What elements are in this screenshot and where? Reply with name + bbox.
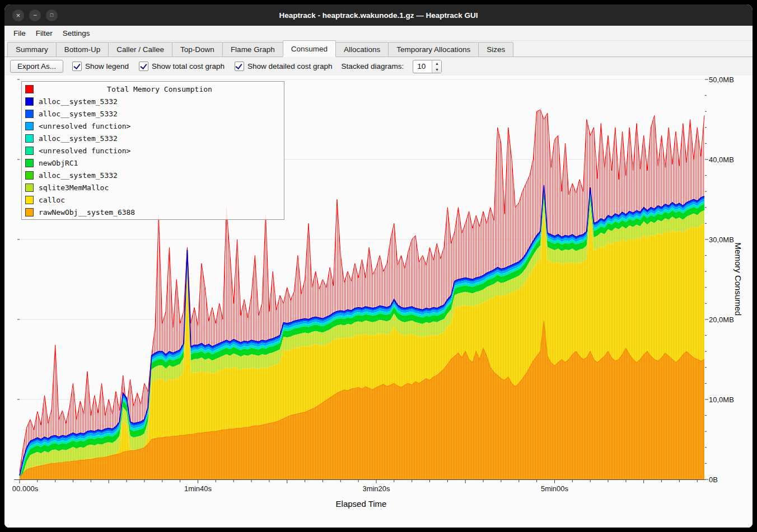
legend-swatch [25, 159, 34, 167]
x-tick-label: 1min40s [184, 484, 212, 493]
legend-label: <unresolved function> [39, 122, 130, 130]
window-title: Heaptrack - heaptrack.wakunode.1.gz — He… [4, 11, 753, 20]
checkbox-show-detailed-cost-graph-label: Show detailed cost graph [247, 62, 333, 70]
tab-sizes[interactable]: Sizes [478, 42, 513, 57]
legend-label: rawNewObj__system_6388 [39, 208, 135, 216]
window-controls: × − □ [12, 4, 58, 26]
app-window: × − □ Heaptrack - heaptrack.wakunode.1.g… [4, 4, 753, 528]
checkbox-show-legend-box[interactable] [72, 62, 82, 71]
legend-swatch [25, 110, 34, 118]
legend-item: rawNewObj__system_6388 [22, 206, 284, 218]
legend-item: newObjRC1 [22, 157, 284, 169]
minimize-glyph: − [33, 12, 37, 18]
legend-swatch [25, 122, 34, 130]
legend-swatch [25, 147, 34, 155]
menu-settings[interactable]: Settings [58, 27, 95, 39]
menu-bar: FileFilterSettings [4, 26, 753, 41]
checkbox-show-total-cost-graph[interactable]: Show total cost graph [139, 62, 225, 71]
legend-item: alloc__system_5332 [22, 169, 284, 181]
minimize-icon[interactable]: − [29, 10, 41, 21]
legend-item: alloc__system_5332 [22, 95, 284, 107]
stacked-diagrams-value: 10 [413, 60, 432, 73]
checkbox-show-detailed-cost-graph[interactable]: Show detailed cost graph [235, 62, 333, 71]
tab-temporary-allocations[interactable]: Temporary Allocations [388, 42, 479, 57]
y-tick-label: 30,0MB [709, 236, 734, 244]
x-tick-label: 5min00s [541, 484, 568, 493]
x-tick-label: 3min20s [362, 484, 390, 493]
close-icon[interactable]: × [12, 10, 24, 21]
y-tick-label: 20,0MB [709, 316, 734, 324]
tab-summary[interactable]: Summary [7, 42, 57, 57]
x-tick-label: 00.000s [12, 484, 38, 493]
y-tick-label: 10,0MB [709, 396, 734, 404]
legend-title: Total Memory Consumption [39, 85, 281, 93]
tab-caller-callee[interactable]: Caller / Callee [108, 42, 172, 57]
y-tick-label: 50,0MB [709, 76, 734, 84]
checkbox-show-legend[interactable]: Show legend [72, 62, 129, 71]
spin-up-icon[interactable]: ▲ [432, 60, 441, 67]
legend-item: <unresolved function> [22, 144, 284, 157]
spin-down-icon[interactable]: ▼ [432, 67, 441, 73]
tab-consumed[interactable]: Consumed [283, 40, 336, 57]
legend-swatch [25, 196, 34, 204]
menu-file[interactable]: File [9, 27, 30, 39]
legend-item: alloc__system_5332 [22, 107, 284, 120]
legend-label: alloc__system_5332 [39, 110, 118, 118]
tab-allocations[interactable]: Allocations [335, 42, 389, 57]
chart-legend: Total Memory Consumptionalloc__system_53… [21, 81, 284, 220]
checkbox-show-legend-label: Show legend [85, 62, 129, 70]
legend-swatch-total [25, 85, 34, 93]
maximize-glyph: □ [50, 13, 53, 18]
toolbar: Export As... Show legendShow total cost … [4, 57, 753, 76]
legend-label: alloc__system_5332 [39, 97, 118, 106]
stacked-diagrams-spinbox[interactable]: 10 ▲ ▼ [413, 60, 442, 73]
legend-label: alloc__system_5332 [39, 171, 118, 180]
stacked-diagrams-label: Stacked diagrams: [342, 62, 404, 70]
tab-top-down[interactable]: Top-Down [172, 42, 223, 57]
legend-swatch [25, 171, 34, 180]
close-glyph: × [16, 12, 21, 19]
legend-item: <unresolved function> [22, 120, 284, 132]
x-axis-title: Elapsed Time [4, 499, 718, 509]
legend-label: newObjRC1 [39, 159, 78, 167]
export-as-button[interactable]: Export As... [10, 60, 63, 73]
tab-flame-graph[interactable]: Flame Graph [222, 42, 283, 57]
legend-swatch [25, 208, 34, 216]
legend-label: alloc__system_5332 [39, 134, 118, 143]
legend-label: sqlite3MemMalloc [39, 183, 109, 192]
checkbox-show-detailed-cost-graph-box[interactable] [235, 62, 244, 71]
legend-title-row: Total Memory Consumption [22, 83, 284, 95]
legend-item: alloc__system_5332 [22, 132, 284, 144]
legend-label: <unresolved function> [39, 147, 130, 155]
legend-swatch [25, 183, 34, 192]
y-tick-label: 40,0MB [709, 156, 734, 164]
y-tick-label: 0B [709, 475, 718, 484]
legend-swatch [25, 134, 34, 143]
legend-label: calloc [39, 196, 65, 204]
legend-item: sqlite3MemMalloc [22, 181, 284, 194]
legend-swatch [25, 97, 34, 106]
maximize-icon[interactable]: □ [46, 10, 58, 21]
spinbox-buttons: ▲ ▼ [432, 60, 441, 73]
toolbar-checkboxes: Show legendShow total cost graphShow det… [72, 62, 333, 71]
checkbox-show-total-cost-graph-label: Show total cost graph [152, 62, 225, 70]
checkbox-show-total-cost-graph-box[interactable] [139, 62, 148, 71]
y-axis-title: Memory Consumed [733, 243, 743, 316]
tab-bar: SummaryBottom-UpCaller / CalleeTop-DownF… [4, 41, 753, 57]
chart-area: Total Memory Consumptionalloc__system_53… [4, 76, 753, 528]
menu-filter[interactable]: Filter [31, 27, 57, 39]
tab-bottom-up[interactable]: Bottom-Up [56, 42, 109, 57]
title-bar: × − □ Heaptrack - heaptrack.wakunode.1.g… [4, 4, 753, 26]
legend-item: calloc [22, 194, 284, 206]
